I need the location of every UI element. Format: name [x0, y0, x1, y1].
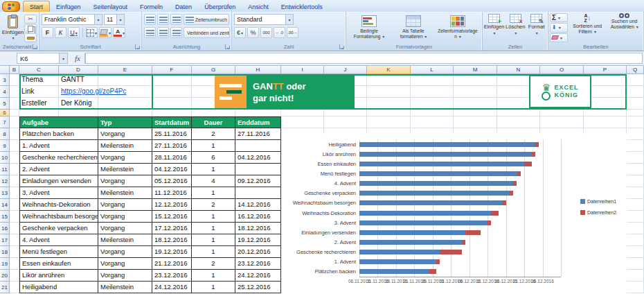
task-start-cell[interactable]: 12.12.2016 [152, 199, 192, 211]
cell[interactable] [627, 74, 644, 86]
column-header-C[interactable]: C [19, 66, 59, 74]
insert-cells-button[interactable]: + Einfügen ▾ [484, 14, 504, 42]
cell[interactable] [454, 110, 497, 116]
row-header-9[interactable]: 9 [0, 140, 10, 152]
cell[interactable] [454, 116, 497, 128]
gantt-offset-bar[interactable] [359, 191, 510, 196]
gantt-duration-bar[interactable] [436, 259, 440, 264]
cell[interactable] [627, 246, 644, 258]
task-typ-cell[interactable]: Vorgang [98, 258, 152, 270]
cell[interactable] [454, 74, 497, 86]
task-start-cell[interactable]: 25.11.2016 [152, 128, 192, 140]
gantt-duration-bar[interactable] [465, 230, 480, 235]
column-header-H[interactable]: H [235, 66, 281, 74]
task-dauer-cell[interactable]: 1 [192, 270, 235, 282]
task-dauer-cell[interactable]: 1 [192, 223, 235, 234]
font-name-select[interactable]: Franklin Gothic▾ [42, 14, 102, 25]
task-typ-cell[interactable]: Vorgang [98, 270, 152, 282]
cell[interactable] [10, 199, 19, 211]
task-typ-cell[interactable]: Vorgang [98, 223, 152, 234]
cell[interactable] [10, 223, 19, 234]
cell[interactable] [98, 74, 152, 86]
format-cells-button[interactable]: ✎ Format ▾ [527, 14, 547, 42]
row-header-12[interactable]: 12 [0, 175, 10, 187]
task-name-cell[interactable]: Menü festlegen [19, 246, 98, 258]
gantt-duration-bar[interactable] [524, 162, 532, 166]
task-dauer-cell[interactable]: 1 [192, 164, 235, 175]
task-typ-cell[interactable]: Meilenstein [98, 140, 152, 152]
cell[interactable] [10, 98, 19, 110]
column-header-N[interactable]: N [497, 66, 540, 74]
cell[interactable] [627, 98, 644, 110]
cell[interactable] [281, 116, 324, 128]
cell[interactable] [10, 86, 19, 98]
task-name-cell[interactable]: 3. Advent [19, 187, 98, 199]
gantt-offset-bar[interactable] [359, 269, 429, 274]
cell[interactable] [152, 98, 192, 110]
gantt-banner-image[interactable]: GANTT oder gar nicht! [215, 76, 355, 108]
fill-color-button[interactable]: ▾ [99, 27, 111, 38]
cell[interactable] [584, 116, 627, 128]
task-start-cell[interactable]: 18.12.2016 [152, 234, 192, 246]
cell[interactable] [152, 110, 192, 116]
tab-ansicht[interactable]: Ansicht [242, 1, 275, 12]
gantt-duration-bar[interactable] [440, 250, 462, 254]
table-header-enddatum[interactable]: Enddatum [235, 116, 281, 128]
cell[interactable] [627, 175, 644, 187]
column-header-K[interactable]: K [367, 66, 411, 74]
row-header-14[interactable]: 14 [0, 199, 10, 211]
align-left-button[interactable] [144, 27, 156, 38]
gantt-chart[interactable]: HeiligabendLikör anrührenEssen einkaufen… [281, 134, 627, 293]
cell-styles-button[interactable]: Zellenformatvorlagen ▾ [436, 14, 479, 42]
sort-filter-button[interactable]: AZ↓ Sortieren und Filtern ▾ [570, 13, 605, 42]
cell[interactable] [10, 270, 19, 282]
align-center-button[interactable] [157, 27, 169, 38]
cell[interactable] [584, 110, 627, 116]
merge-center-button[interactable]: Verbinden und zentrieren▾ [184, 27, 230, 38]
task-name-cell[interactable]: Weihnachtsbaum besorgen [19, 211, 98, 223]
row-header-15[interactable]: 15 [0, 211, 10, 223]
row-header-8[interactable]: 8 [0, 128, 10, 140]
cell[interactable] [235, 110, 281, 116]
task-name-cell[interactable]: Plätzchen backen [19, 128, 98, 140]
task-start-cell[interactable]: 11.12.2016 [152, 187, 192, 199]
task-end-cell[interactable]: 18.12.2016 [235, 223, 281, 234]
task-end-cell[interactable] [235, 140, 281, 152]
row-header-6[interactable]: 6 [0, 110, 10, 116]
chart-legend-item[interactable]: Datenreihen1 [580, 199, 616, 204]
column-header-G[interactable]: G [192, 66, 235, 74]
task-typ-cell[interactable]: Meilenstein [98, 164, 152, 175]
column-header-E[interactable]: E [98, 66, 152, 74]
gantt-offset-bar[interactable] [359, 250, 440, 254]
cell[interactable] [10, 187, 19, 199]
chart-legend-item[interactable]: Datenreihen2 [580, 210, 616, 215]
task-typ-cell[interactable]: Vorgang [98, 128, 152, 140]
cell[interactable] [627, 199, 644, 211]
task-end-cell[interactable]: 19.12.2016 [235, 234, 281, 246]
row-header-21[interactable]: 21 [0, 282, 10, 293]
task-end-cell[interactable]: 25.12.2016 [235, 282, 281, 293]
task-start-cell[interactable]: 21.12.2016 [152, 258, 192, 270]
task-end-cell[interactable]: 27.11.2016 [235, 128, 281, 140]
cell[interactable] [411, 86, 454, 98]
task-name-cell[interactable]: Weihnachts-Dekoration [19, 199, 98, 211]
cell[interactable] [59, 110, 98, 116]
cell[interactable] [627, 86, 644, 98]
row-header-5[interactable]: 5 [0, 98, 10, 110]
tab-entwicklertools[interactable]: Entwicklertools [275, 1, 329, 12]
task-dauer-cell[interactable]: 2 [192, 258, 235, 270]
row-header-3[interactable]: 3 [0, 74, 10, 86]
cell[interactable] [367, 116, 411, 128]
cell[interactable] [627, 258, 644, 270]
format-painter-button[interactable] [24, 33, 37, 42]
task-end-cell[interactable]: 16.12.2016 [235, 211, 281, 223]
column-header-D[interactable]: D [59, 66, 98, 74]
cell[interactable] [627, 140, 644, 152]
column-header-B[interactable]: B [10, 66, 19, 74]
cell[interactable] [627, 211, 644, 223]
gantt-duration-bar[interactable] [517, 171, 521, 176]
cell[interactable] [411, 74, 454, 86]
cell[interactable] [10, 282, 19, 293]
cell[interactable] [627, 282, 644, 293]
info-label-cell[interactable]: Link [19, 86, 59, 98]
